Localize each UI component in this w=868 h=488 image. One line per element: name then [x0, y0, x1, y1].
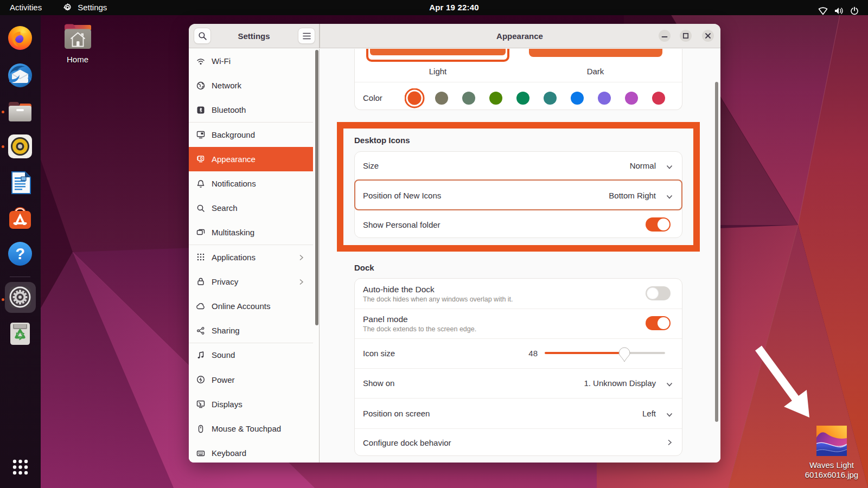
svg-text:?: ? — [15, 245, 25, 262]
